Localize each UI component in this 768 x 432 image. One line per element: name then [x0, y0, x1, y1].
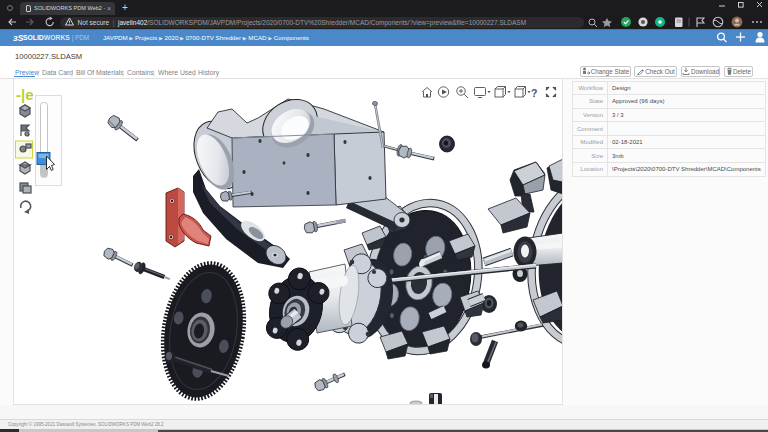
svg-text:SOLIDWORKS | PDM: SOLIDWORKS | PDM — [23, 34, 89, 42]
svg-text:?: ? — [531, 87, 537, 99]
svg-text:-|e: -|e — [16, 86, 34, 103]
svg-text:JAVPDM ▶ Projects ▶ 2020 ▶ 070: JAVPDM ▶ Projects ▶ 2020 ▶ 0700-DTV Shre… — [103, 34, 309, 41]
